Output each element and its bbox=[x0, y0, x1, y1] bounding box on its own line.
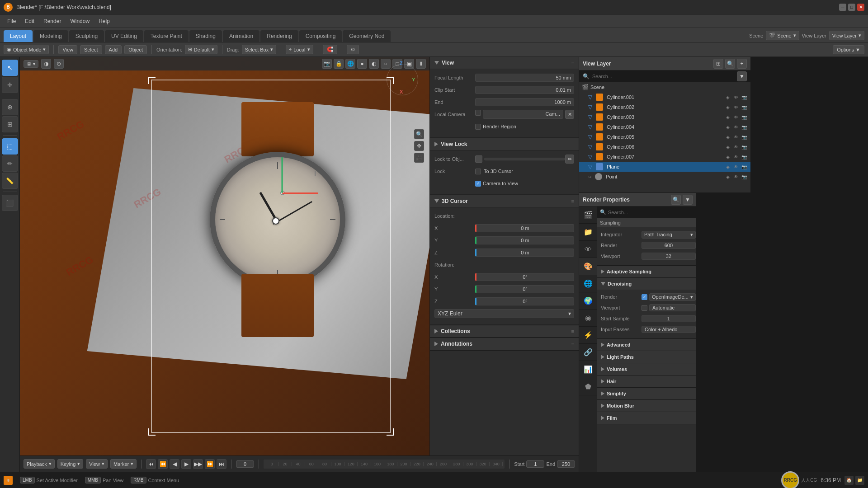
item-visibility-icon[interactable]: 👁 bbox=[732, 94, 740, 101]
view-shading-dropdown[interactable]: ◑ bbox=[41, 59, 51, 69]
camera-close-btn[interactable]: ✕ bbox=[565, 110, 574, 119]
lock-to-obj-icon[interactable] bbox=[475, 155, 482, 163]
rp-tab-constraints[interactable]: 🔗 bbox=[579, 344, 597, 361]
item-render-icon-2[interactable]: 📷 bbox=[741, 103, 748, 111]
snapping-btn[interactable]: 🧲 bbox=[323, 45, 337, 54]
tab-texture-paint[interactable]: Texture Paint bbox=[144, 30, 189, 42]
annotations-menu[interactable]: ≡ bbox=[571, 341, 574, 347]
focal-length-value[interactable]: 50 mm bbox=[475, 74, 574, 82]
rp-tab-material[interactable]: ⬟ bbox=[579, 378, 597, 395]
item-visibility-icon-5[interactable]: 👁 bbox=[732, 133, 740, 141]
tab-modeling[interactable]: Modeling bbox=[33, 30, 68, 42]
close-button[interactable]: ✕ bbox=[857, 4, 864, 11]
item-render-icon-4[interactable]: 📷 bbox=[741, 123, 748, 131]
item-visibility-icon-4[interactable]: 👁 bbox=[732, 123, 740, 131]
transform-tool[interactable]: ⊞ bbox=[2, 116, 18, 132]
view-menu[interactable]: View bbox=[58, 45, 77, 54]
filter-btn[interactable]: ▼ bbox=[737, 71, 747, 81]
rp-tab-render[interactable]: 🎬 bbox=[579, 206, 597, 224]
cursor-z-value[interactable]: 0 m bbox=[475, 249, 574, 257]
menu-file[interactable]: File bbox=[4, 16, 19, 26]
item-filter-icon[interactable]: ◈ bbox=[724, 94, 731, 101]
item-render-plane[interactable]: 📷 bbox=[741, 163, 748, 170]
playback-dropdown[interactable]: Playback ▾ bbox=[24, 459, 55, 469]
forward-btn[interactable]: ▶▶ bbox=[193, 459, 203, 469]
cursor-panel-menu[interactable]: ≡ bbox=[571, 198, 574, 204]
timeline-view-dropdown[interactable]: View ▾ bbox=[86, 459, 108, 469]
step-fwd-btn[interactable]: ⏩ bbox=[205, 459, 215, 469]
clip-end-value[interactable]: 1000 m bbox=[475, 98, 574, 106]
item-filter-icon-3[interactable]: ◈ bbox=[724, 113, 731, 121]
tab-sculpting[interactable]: Sculpting bbox=[69, 30, 104, 42]
integrator-dropdown[interactable]: Path Tracing ▾ bbox=[642, 231, 696, 239]
collections-menu[interactable]: ≡ bbox=[571, 328, 574, 334]
lock-obj-pencil-btn[interactable]: ✏ bbox=[565, 155, 574, 164]
item-filter-icon-6[interactable]: ◈ bbox=[724, 143, 731, 150]
move-tool[interactable]: ✛ bbox=[2, 77, 18, 93]
select-box-tool[interactable]: ⬚ bbox=[2, 138, 18, 155]
item-render-icon-6[interactable]: 📷 bbox=[741, 143, 748, 150]
list-item[interactable]: ▽ Cylinder.003 ◈ 👁 📷 bbox=[579, 112, 750, 122]
annotate-tool[interactable]: ✏ bbox=[2, 155, 18, 172]
jump-end-btn[interactable]: ⏭ bbox=[217, 459, 226, 469]
list-item[interactable]: ▽ Cylinder.001 ◈ 👁 📷 bbox=[579, 92, 750, 102]
outliner-add-btn[interactable]: + bbox=[737, 59, 747, 69]
scene-render-btn[interactable]: 🌐 bbox=[345, 59, 355, 69]
rp-tab-object[interactable]: ◉ bbox=[579, 310, 597, 327]
denoising-viewport-checkbox[interactable] bbox=[642, 305, 647, 311]
view-layer-dropdown[interactable]: View Layer ▾ bbox=[829, 31, 864, 40]
tab-uv-editing[interactable]: UV Editing bbox=[105, 30, 143, 42]
jump-start-btn[interactable]: ⏮ bbox=[146, 459, 156, 469]
start-sample-value[interactable]: 1 bbox=[642, 315, 696, 322]
add-cube-tool[interactable]: ⬛ bbox=[2, 195, 18, 211]
view-panel-menu[interactable]: ≡ bbox=[571, 60, 574, 66]
item-visibility-plane[interactable]: 👁 bbox=[732, 163, 740, 170]
film-header[interactable]: Film bbox=[597, 412, 696, 424]
material-preview-btn[interactable]: ● bbox=[357, 59, 367, 69]
scene-dropdown[interactable]: 🎬 Scene ▾ bbox=[766, 31, 799, 40]
volumes-header[interactable]: Volumes bbox=[597, 363, 696, 375]
cursor-x-value[interactable]: 0 m bbox=[475, 224, 574, 232]
cursor-rot-y-value[interactable]: 0° bbox=[475, 285, 574, 293]
cursor-panel-header[interactable]: 3D Cursor ≡ bbox=[430, 195, 579, 207]
rp-tab-world[interactable]: 🌍 bbox=[579, 292, 597, 310]
annotations-header[interactable]: Annotations ≡ bbox=[430, 338, 579, 350]
collections-header[interactable]: Collections ≡ bbox=[430, 325, 579, 338]
view-lock-header[interactable]: View Lock bbox=[430, 138, 579, 150]
step-back-btn[interactable]: ⏪ bbox=[158, 459, 168, 469]
simplify-header[interactable]: Simplify bbox=[597, 388, 696, 399]
cursor-rot-z-value[interactable]: 0° bbox=[475, 297, 574, 305]
advanced-header[interactable]: Advanced bbox=[597, 339, 696, 351]
camera-view-btn[interactable]: 📷 bbox=[322, 59, 332, 69]
render-samples-value[interactable]: 600 bbox=[642, 242, 696, 249]
item-filter-icon-4[interactable]: ◈ bbox=[724, 123, 731, 131]
list-item-point[interactable]: ○ Point ◈ 👁 📷 bbox=[579, 172, 750, 182]
marker-dropdown[interactable]: Marker ▾ bbox=[110, 459, 137, 469]
play-btn[interactable]: ▶ bbox=[181, 459, 191, 469]
end-frame-value[interactable]: 250 bbox=[557, 460, 575, 468]
adaptive-sampling-header[interactable]: Adaptive Sampling bbox=[597, 266, 696, 277]
options-btn[interactable]: Options ▼ bbox=[833, 45, 864, 54]
light-paths-header[interactable]: Light Paths bbox=[597, 351, 696, 363]
tab-shading[interactable]: Shading bbox=[189, 30, 222, 42]
current-frame-display[interactable]: 0 bbox=[236, 460, 254, 468]
viewport-samples-value[interactable]: 32 bbox=[642, 253, 696, 260]
rp-tab-physics[interactable]: ⚡ bbox=[579, 327, 597, 344]
start-frame-value[interactable]: 1 bbox=[526, 460, 544, 468]
outliner-search-input[interactable] bbox=[592, 74, 734, 79]
list-item[interactable]: ▽ Cylinder.005 ◈ 👁 📷 bbox=[579, 132, 750, 142]
item-render-icon-7[interactable]: 📷 bbox=[741, 153, 748, 160]
list-item[interactable]: ▽ Cylinder.007 ◈ 👁 📷 bbox=[579, 152, 750, 162]
tab-geometry-nodes[interactable]: Geometry Nod bbox=[343, 30, 391, 42]
motion-blur-header[interactable]: Motion Blur bbox=[597, 400, 696, 412]
item-visibility-icon-2[interactable]: 👁 bbox=[732, 103, 740, 111]
back-btn[interactable]: ◀ bbox=[170, 459, 179, 469]
maximize-button[interactable]: □ bbox=[848, 4, 855, 11]
mode-dropdown[interactable]: ◉ Object Mode ▾ bbox=[4, 45, 49, 54]
clip-start-value[interactable]: 0.01 m bbox=[475, 86, 574, 94]
rp-search-input[interactable] bbox=[608, 210, 696, 215]
list-item-plane[interactable]: ▽ Plane ◈ 👁 📷 bbox=[579, 162, 750, 172]
rp-tab-data[interactable]: 📊 bbox=[579, 361, 597, 378]
item-render-icon-3[interactable]: 📷 bbox=[741, 113, 748, 121]
camera-to-view-cb[interactable]: ✓ bbox=[475, 181, 481, 187]
